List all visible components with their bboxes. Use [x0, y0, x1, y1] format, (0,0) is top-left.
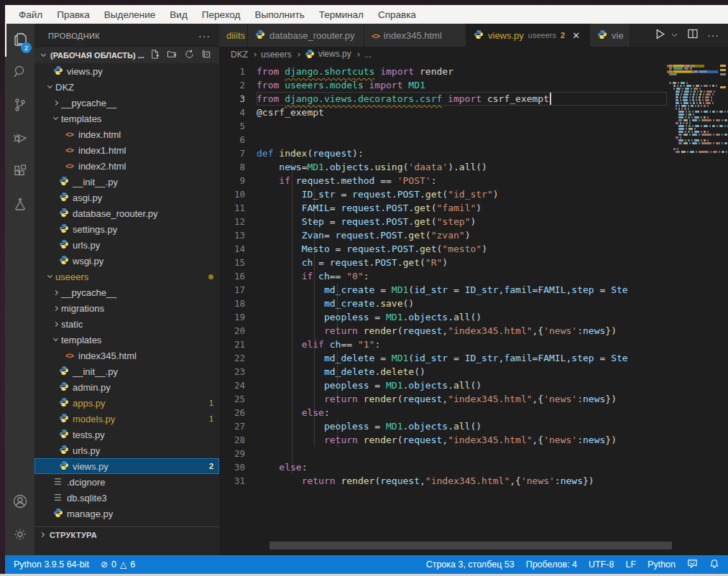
- tree-item--init-py[interactable]: __init__.py: [34, 363, 219, 379]
- tree-item--pycache-[interactable]: __pycache__: [34, 95, 219, 111]
- sidebar-more-actions-icon[interactable]: ···: [198, 30, 211, 42]
- cursor-position-status[interactable]: Строка 3, столбец 53: [418, 555, 520, 574]
- tree-item-asgi-py[interactable]: asgi.py: [34, 190, 219, 205]
- tree-item-wsgi-py[interactable]: wsgi.py: [34, 253, 219, 269]
- close-icon[interactable]: ✕: [572, 30, 580, 41]
- tree-item--pycache-[interactable]: __pycache__: [34, 284, 219, 300]
- more-actions-icon[interactable]: ···: [707, 29, 719, 41]
- tree-item-templates[interactable]: templates: [34, 332, 219, 348]
- code-line: 10 ID_str = request.POST.get("id_str"): [219, 187, 667, 201]
- line-number: 3: [219, 92, 257, 106]
- tree-item-views-py[interactable]: views.py: [34, 63, 219, 79]
- notifications-button[interactable]: [704, 555, 728, 574]
- minimap-line: [669, 82, 688, 84]
- refresh-icon[interactable]: [184, 49, 195, 62]
- code-line: 5: [219, 119, 667, 133]
- breadcrumb-item[interactable]: DKZ: [231, 50, 248, 60]
- workspace-section-header[interactable]: (РАБОЧАЯ ОБЛАСТЬ) ...: [34, 47, 219, 63]
- tree-item-database-roouter-py[interactable]: database_roouter.py: [34, 205, 219, 221]
- status-bar: Python 3.9.5 64-bit ⊘ 0 △ 6 Строка 3, ст…: [5, 555, 728, 574]
- minimap-line: [669, 105, 709, 107]
- breadcrumb-item[interactable]: useeers: [261, 50, 292, 60]
- tree-item--init-py[interactable]: __init__.py: [34, 174, 219, 190]
- menu-правка[interactable]: Правка: [50, 7, 96, 22]
- tab-problems-badge: 2: [561, 31, 565, 40]
- tab-database-roouter-py[interactable]: database_roouter.py: [248, 24, 364, 47]
- problems-badge: 1: [209, 399, 213, 407]
- tree-item-index2-html[interactable]: <>index2.html: [34, 158, 219, 174]
- code-line: 17 md_create = MD1(id_str = ID_str,famil…: [219, 283, 667, 297]
- tree-item-useeers[interactable]: useeers: [34, 269, 219, 284]
- line-number: 27: [219, 419, 257, 433]
- menu-справка[interactable]: Справка: [372, 7, 423, 22]
- code-editor[interactable]: 1from django.shortcuts import render2fro…: [219, 62, 728, 555]
- chevron-down-icon: [47, 273, 52, 278]
- breadcrumb-item[interactable]: ...: [364, 50, 372, 60]
- tree-item-settings-py[interactable]: settings.py: [34, 221, 219, 237]
- tree-item-models-py[interactable]: models.py1: [34, 411, 219, 427]
- menu-вид[interactable]: Вид: [163, 7, 193, 22]
- minimap[interactable]: [667, 62, 718, 555]
- tab-views-py[interactable]: views.pyuseeers2✕: [466, 24, 590, 47]
- settings-button[interactable]: [5, 519, 34, 552]
- tree-item-static[interactable]: static: [34, 316, 219, 332]
- minimap-line: [669, 93, 714, 96]
- language-mode-status[interactable]: Python: [642, 555, 681, 574]
- python-interpreter-status[interactable]: Python 3.9.5 64-bit: [5, 555, 95, 574]
- run-python-file-icon[interactable]: [654, 28, 666, 43]
- new-folder-icon[interactable]: [167, 49, 178, 62]
- activity-extensions[interactable]: [5, 156, 34, 189]
- tree-item-admin-py[interactable]: admin.py: [34, 379, 219, 395]
- breadcrumb[interactable]: DKZuseeersviews.py...: [219, 47, 728, 62]
- split-editor-icon[interactable]: [687, 28, 699, 42]
- breadcrumb-separator-icon: [252, 52, 257, 57]
- tree-item-migrations[interactable]: migrations: [34, 300, 219, 316]
- tree-item-templates[interactable]: templates: [34, 111, 219, 126]
- html-file-icon: <>: [64, 350, 75, 361]
- tree-item-views-py[interactable]: views.py2: [34, 458, 219, 474]
- account-button[interactable]: [5, 486, 34, 519]
- new-file-icon[interactable]: [149, 49, 160, 62]
- tab-diiits[interactable]: diiits2: [219, 24, 248, 47]
- indentation-status[interactable]: Пробелов: 4: [520, 555, 583, 574]
- activity-testing[interactable]: [5, 189, 34, 222]
- activity-explorer[interactable]: 2: [5, 24, 34, 57]
- code-line: 30 else:: [219, 460, 667, 474]
- tree-item-urls-py[interactable]: urls.py: [34, 237, 219, 253]
- menu-выполнить[interactable]: Выполнить: [248, 7, 310, 22]
- breadcrumb-item[interactable]: views.py: [305, 49, 351, 61]
- run-dropdown-icon[interactable]: [671, 29, 678, 42]
- tree-item-urls-py[interactable]: urls.py: [34, 442, 219, 458]
- tree-item-index-html[interactable]: <>index.html: [34, 126, 219, 142]
- tree-item-dkz[interactable]: DKZ: [34, 79, 219, 95]
- horizontal-scrollbar[interactable]: [269, 542, 672, 549]
- tree-item-db-sqlite3[interactable]: ☰db.sqlite3: [34, 490, 219, 506]
- tree-item-manage-py[interactable]: manage.py: [34, 506, 219, 521]
- tree-item-tests-py[interactable]: tests.py: [34, 427, 219, 442]
- tree-item-index1-html[interactable]: <>index1.html: [34, 142, 219, 158]
- activity-search[interactable]: [5, 57, 34, 90]
- menu-переход[interactable]: Переход: [195, 7, 247, 22]
- outline-section-header[interactable]: СТРУКТУРА: [34, 526, 219, 542]
- encoding-status[interactable]: UTF-8: [583, 555, 619, 574]
- tree-item-index345-html[interactable]: <>index345.html: [34, 348, 219, 363]
- menu-файл[interactable]: Файл: [12, 7, 49, 22]
- collapse-folders-icon[interactable]: [201, 49, 212, 62]
- feedback-button[interactable]: [681, 555, 704, 574]
- line-number: 26: [219, 406, 257, 419]
- tab-index345-html[interactable]: <>index345.html: [364, 24, 466, 47]
- menu-терминал[interactable]: Терминал: [313, 7, 370, 22]
- eol-status[interactable]: LF: [619, 555, 642, 574]
- code-line: 3from django.views.decorators.csrf impor…: [219, 92, 667, 106]
- outline-section-label: СТРУКТУРА: [50, 531, 97, 539]
- activity-source-control[interactable]: [5, 90, 34, 123]
- tree-item-apps-py[interactable]: apps.py1: [34, 395, 219, 411]
- tab-vie[interactable]: vie: [590, 24, 630, 47]
- py-file-icon: [58, 255, 69, 267]
- chevron-down-icon: [53, 336, 58, 341]
- tree-item--dcignore[interactable]: ☰.dcignore: [34, 474, 219, 490]
- problems-status[interactable]: ⊘ 0 △ 6: [95, 555, 141, 574]
- menu-выделение[interactable]: Выделение: [98, 7, 162, 22]
- line-number: 19: [219, 310, 257, 324]
- activity-run-debug[interactable]: [5, 123, 34, 156]
